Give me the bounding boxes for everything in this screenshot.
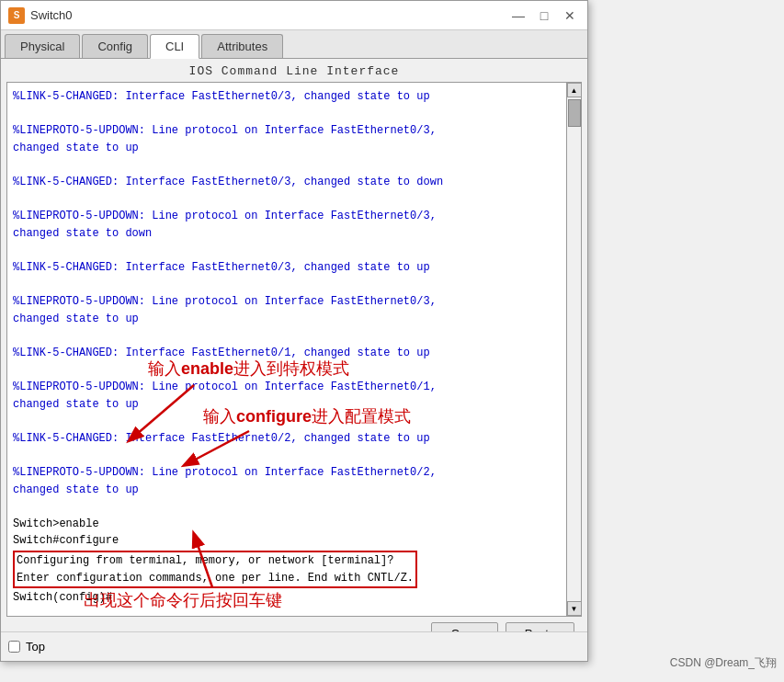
bottom-bar: Top — [1, 631, 587, 661]
terminal-scrollbar[interactable]: ▲ ▼ — [566, 83, 581, 616]
maximize-button[interactable]: □ — [534, 6, 554, 26]
scroll-down-button[interactable]: ▼ — [567, 601, 582, 616]
watermark: CSDN @Dream_飞翔 — [670, 655, 777, 671]
main-window: S Switch0 — □ ✕ Physical Config CLI Attr… — [0, 0, 588, 662]
scroll-thumb[interactable] — [568, 99, 581, 127]
window-controls: — □ ✕ — [508, 6, 580, 26]
app-icon: S — [8, 7, 25, 24]
scroll-up-button[interactable]: ▲ — [567, 83, 582, 97]
terminal-container[interactable]: %LINK-5-CHANGED: Interface FastEthernet0… — [6, 82, 582, 617]
window-title: Switch0 — [30, 8, 508, 22]
tab-bar: Physical Config CLI Attributes — [1, 30, 587, 59]
tab-attributes[interactable]: Attributes — [201, 34, 283, 58]
tab-physical[interactable]: Physical — [5, 34, 80, 58]
top-checkbox[interactable] — [8, 641, 20, 653]
terminal-output[interactable]: %LINK-5-CHANGED: Interface FastEthernet0… — [7, 83, 581, 616]
tab-cli[interactable]: CLI — [150, 34, 199, 59]
minimize-button[interactable]: — — [508, 6, 528, 26]
top-checkbox-container: Top — [8, 640, 45, 654]
highlighted-config-lines: Configuring from terminal, memory, or ne… — [13, 551, 417, 588]
top-checkbox-label: Top — [26, 640, 45, 654]
section-title: IOS Command Line Interface — [6, 64, 582, 78]
close-button[interactable]: ✕ — [560, 6, 580, 26]
tab-config[interactable]: Config — [82, 34, 148, 58]
content-area: IOS Command Line Interface %LINK-5-CHANG… — [1, 59, 587, 656]
titlebar: S Switch0 — □ ✕ — [1, 1, 587, 30]
